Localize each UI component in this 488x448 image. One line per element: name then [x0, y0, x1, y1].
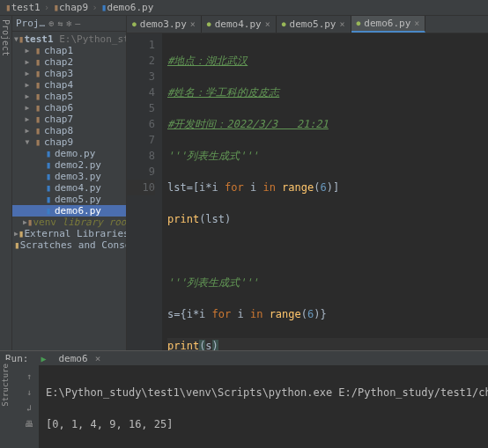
- tree-label: chap7: [44, 114, 73, 125]
- tree-item-file[interactable]: ▮demo2.py: [12, 159, 126, 171]
- tree-label: demo2.py: [55, 159, 101, 171]
- tree-item-chap[interactable]: ▶▮chap1: [12, 45, 126, 56]
- t: (lst): [199, 213, 231, 225]
- tree-label: chap1: [44, 45, 73, 56]
- tree-label: chap4: [44, 79, 73, 91]
- tab-label: demo4.py: [215, 18, 262, 30]
- project-tool-tab[interactable]: Project: [1, 19, 11, 56]
- tree-item-scratch[interactable]: ▮Scratches and Consoles: [12, 239, 126, 251]
- close-icon[interactable]: ×: [190, 19, 196, 29]
- t: print: [167, 213, 199, 225]
- expand-icon[interactable]: ⇆: [57, 18, 63, 28]
- tree-item-chap[interactable]: ▶▮chap7: [12, 114, 126, 125]
- tree-item-file[interactable]: ▮demo.py: [12, 148, 126, 159]
- tree-label: demo3.py: [55, 171, 101, 182]
- tree-item-chap[interactable]: ▼▮chap9: [12, 136, 126, 148]
- target-icon[interactable]: ⊕: [48, 18, 54, 28]
- gear-icon[interactable]: ✻: [66, 18, 71, 28]
- editor-area: ●demo3.py× ●demo4.py× ●demo5.py× ●demo6.…: [127, 16, 488, 350]
- left-gutter: Project: [0, 16, 12, 350]
- tab[interactable]: ●demo5.py×: [277, 16, 351, 33]
- panel-title: Proj…: [16, 18, 45, 29]
- tree-root-label: test1: [24, 33, 53, 45]
- t: s: [205, 340, 211, 350]
- py-icon: ●: [282, 20, 286, 28]
- collapse-icon[interactable]: —: [75, 18, 80, 28]
- tree-label-hint: library root: [63, 217, 127, 228]
- t: in: [262, 181, 275, 194]
- code-area[interactable]: 12345678910 #地点：湖北武汉 #姓名：学工科的皮皮志 #开发时间：2…: [127, 33, 488, 350]
- close-icon[interactable]: ×: [414, 18, 419, 28]
- structure-tool-tab[interactable]: Structure: [0, 360, 11, 410]
- tree-label: demo.py: [55, 148, 95, 159]
- run-header: Run: ▶ demo6 ×: [0, 351, 488, 365]
- tree-item-chap[interactable]: ▶▮chap8: [12, 125, 126, 136]
- run-panel: Run: ▶ demo6 × ▶↑ ■↓ ▤↲ ⎙🖶 🗑 E:\Python_s…: [0, 350, 488, 448]
- up-icon[interactable]: ↑: [21, 369, 37, 383]
- code-comment: #开发时间：2022/3/3 21:21: [167, 118, 329, 130]
- panel-header: Proj… ⊕ ⇆ ✻ —: [12, 16, 126, 32]
- line-gutter: 12345678910: [127, 33, 162, 350]
- close-icon[interactable]: ×: [95, 353, 101, 364]
- tree-item-file[interactable]: ▮demo6.py: [12, 205, 126, 217]
- tree-item-extlib[interactable]: ▶▮External Libraries: [12, 228, 126, 239]
- console-output[interactable]: E:\Python_study\test1\venv\Scripts\pytho…: [39, 365, 488, 448]
- tree-item-chap[interactable]: ▶▮chap5: [12, 91, 126, 102]
- print-icon[interactable]: 🖶: [21, 416, 37, 430]
- tree-item-chap[interactable]: ▶▮chap2: [12, 56, 126, 68]
- t: i: [231, 308, 250, 320]
- wrap-icon[interactable]: ↲: [21, 400, 37, 415]
- py-icon: ●: [357, 19, 361, 27]
- left-gutter-bottom: Structure: [0, 360, 12, 448]
- t: s={i*i: [167, 308, 212, 320]
- tree-item-file[interactable]: ▮demo4.py: [12, 182, 126, 194]
- tree-root[interactable]: ▼▮test1 E:\Python_study\te: [12, 33, 126, 45]
- t: range: [270, 308, 301, 320]
- tree-label: chap2: [44, 56, 73, 68]
- t: )}: [314, 308, 326, 320]
- t: ): [212, 340, 218, 350]
- t: lst=[i*i: [167, 181, 225, 194]
- t: 6: [320, 181, 326, 194]
- tree-label: demo5.py: [55, 194, 101, 205]
- tree-label: chap8: [44, 125, 73, 136]
- tree-item-file[interactable]: ▮demo3.py: [12, 171, 126, 182]
- tree-item-chap[interactable]: ▶▮chap4: [12, 79, 126, 91]
- tab-label: demo3.py: [140, 18, 187, 30]
- py-icon: ▮: [101, 2, 107, 13]
- tab-label: demo5.py: [290, 18, 336, 30]
- code-docstring: '''列表生成式''': [167, 150, 258, 162]
- tree-item-venv[interactable]: ▶▮venv library root: [12, 217, 126, 228]
- t: i: [244, 181, 263, 194]
- code-content[interactable]: #地点：湖北武汉 #姓名：学工科的皮皮志 #开发时间：2022/3/3 21:2…: [162, 33, 488, 350]
- crumb-1[interactable]: test1: [11, 2, 41, 13]
- tab[interactable]: ●demo3.py×: [127, 16, 202, 33]
- tree-label: venv: [33, 217, 56, 228]
- folder-icon: ▮: [5, 2, 11, 13]
- editor-tabs: ●demo3.py× ●demo4.py× ●demo5.py× ●demo6.…: [127, 16, 488, 33]
- t: for: [225, 181, 244, 194]
- t: )]: [327, 181, 339, 194]
- console-line: [0, 1, 4, 9, 16, 25]: [46, 416, 488, 432]
- down-icon[interactable]: ↓: [21, 385, 37, 399]
- close-icon[interactable]: ×: [265, 19, 270, 29]
- crumb-3[interactable]: demo6.py: [107, 2, 153, 13]
- run-file[interactable]: demo6: [59, 353, 88, 364]
- tab[interactable]: ●demo6.py×: [351, 16, 426, 33]
- py-icon: ●: [132, 20, 137, 28]
- tree-label: chap5: [44, 91, 73, 102]
- tab[interactable]: ●demo4.py×: [202, 16, 277, 33]
- tab-label: demo6.py: [364, 18, 410, 29]
- tree-item-chap[interactable]: ▶▮chap6: [12, 102, 126, 114]
- t: [276, 181, 282, 194]
- crumb-2[interactable]: chap9: [59, 2, 88, 13]
- t: for: [212, 308, 232, 320]
- tree-item-chap[interactable]: ▶▮chap3: [12, 68, 126, 79]
- project-panel: Proj… ⊕ ⇆ ✻ — ▼▮test1 E:\Python_study\te…: [12, 16, 127, 350]
- code-comment: #姓名：学工科的皮皮志: [167, 86, 279, 99]
- tree-item-file[interactable]: ▮demo5.py: [12, 194, 126, 205]
- py-icon: ●: [207, 20, 211, 28]
- t: (: [301, 308, 307, 320]
- close-icon[interactable]: ×: [340, 19, 345, 29]
- console-line: E:\Python_study\test1\venv\Scripts\pytho…: [46, 385, 488, 400]
